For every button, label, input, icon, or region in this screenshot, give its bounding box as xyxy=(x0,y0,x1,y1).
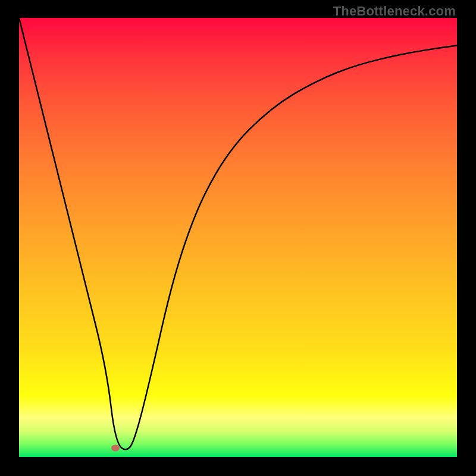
curve-svg xyxy=(19,18,457,457)
watermark-text: TheBottleneck.com xyxy=(333,4,456,19)
plot-area xyxy=(19,18,457,457)
minimum-marker xyxy=(111,445,120,452)
bottleneck-curve-path xyxy=(19,18,457,449)
chart-frame: TheBottleneck.com xyxy=(0,0,476,476)
